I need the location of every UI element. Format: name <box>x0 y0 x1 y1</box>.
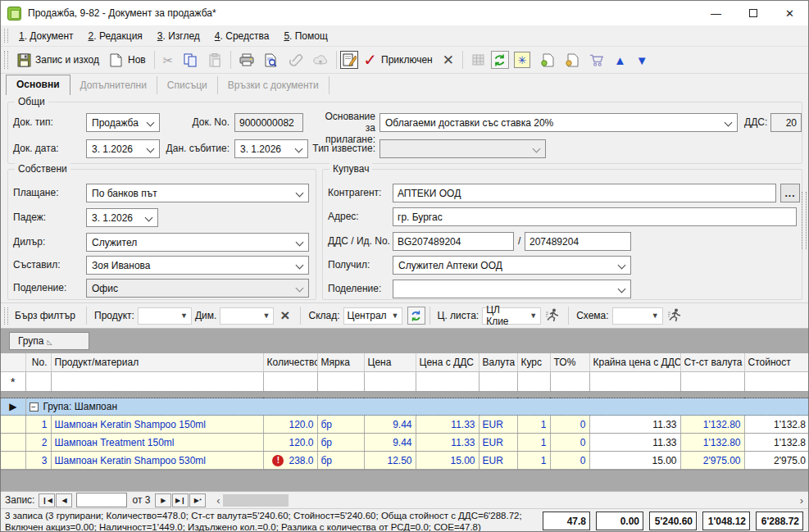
col-final-vat[interactable]: Крайна цена с ДДС <box>589 353 680 372</box>
cell-price[interactable]: 12.50 <box>364 452 416 470</box>
col-price-vat[interactable]: Цена с ДДС <box>416 353 479 372</box>
clear-filter-button[interactable]: × <box>274 307 296 325</box>
menu-help[interactable]: 5. Помощ <box>276 27 334 45</box>
cell-value-cur[interactable]: 1'132.80 <box>680 434 744 452</box>
first-record-button[interactable]: ❙◀ <box>39 493 55 507</box>
cell-discount[interactable]: 0 <box>550 452 589 470</box>
delete-button[interactable]: ✕ <box>438 50 459 70</box>
contractor-browse-button[interactable]: ... <box>780 184 800 202</box>
doc-date-combo[interactable]: 3. 1.2026 <box>86 139 160 158</box>
cell-qty[interactable]: 120.0 <box>263 434 317 452</box>
table-row[interactable]: 2 Шампоан Treatment 150ml 120.0 бр 9.44 … <box>1 434 808 452</box>
quick-filter-button[interactable]: Бърз филтър <box>15 310 75 321</box>
tab-links[interactable]: Връзки с документи <box>218 76 330 94</box>
warehouse-refresh-button[interactable] <box>407 307 425 325</box>
scrollbar-thumb[interactable] <box>223 494 289 507</box>
scroll-right-icon[interactable]: › <box>795 494 808 507</box>
col-no[interactable]: No. <box>25 353 51 372</box>
tab-additional[interactable]: Допълнителни <box>70 76 157 94</box>
cell-currency[interactable]: EUR <box>479 434 517 452</box>
col-currency[interactable]: Валута <box>479 353 517 372</box>
cell-rate[interactable]: 1 <box>517 416 550 434</box>
cell-discount[interactable]: 0 <box>550 416 589 434</box>
cell-price-vat[interactable]: 11.33 <box>416 434 479 452</box>
cell-currency[interactable]: EUR <box>479 452 517 470</box>
copy-doc-yellow-button[interactable] <box>560 49 584 70</box>
cell-value[interactable]: 1'132.8 <box>744 434 808 452</box>
address-field[interactable]: гр. Бургас <box>393 207 797 226</box>
own-division-combo[interactable]: Офис <box>86 279 309 298</box>
cell-value[interactable]: 2'975.0 <box>744 452 808 470</box>
collapse-icon[interactable]: − <box>30 402 39 412</box>
tab-lists[interactable]: Списъци <box>157 76 218 94</box>
new-button[interactable]: Нов <box>104 49 151 70</box>
warehouse-combo[interactable]: Централ▼ <box>343 307 402 325</box>
menu-view[interactable]: 3. Изглед <box>150 27 207 45</box>
col-value[interactable]: Стойност <box>744 353 808 372</box>
contractor-field[interactable]: АПТЕКИ ООД <box>393 184 776 202</box>
next-record-button[interactable]: ▶ <box>155 493 171 507</box>
panel-splitter[interactable] <box>802 192 807 249</box>
paste-button[interactable] <box>202 49 227 70</box>
last-record-button[interactable]: ▶❙ <box>172 493 189 507</box>
group-row[interactable]: ▶ −Група: Шампоан <box>1 398 808 416</box>
col-discount[interactable]: ТО% <box>550 353 589 372</box>
menu-edit[interactable]: 2. Редакция <box>81 27 150 45</box>
cell-rate[interactable]: 1 <box>517 452 550 470</box>
maximize-button[interactable] <box>734 1 771 25</box>
cell-price[interactable]: 9.44 <box>364 416 416 434</box>
cell-product[interactable]: Шампоан Treatment 150ml <box>51 434 263 452</box>
cell-unit[interactable]: бр <box>317 416 364 434</box>
col-value-cur[interactable]: Ст-ст валута <box>680 353 744 372</box>
cell-discount[interactable]: 0 <box>550 434 589 452</box>
id-no-field[interactable]: 207489204 <box>525 232 631 251</box>
cell-final-vat[interactable]: 11.33 <box>589 416 680 434</box>
product-filter-combo[interactable]: ▼ <box>138 307 192 325</box>
col-product[interactable]: Продукт/материал <box>51 353 263 372</box>
cell-price-vat[interactable]: 15.00 <box>416 452 479 470</box>
cell-product[interactable]: Шампоан Keratin Shampoo 150ml <box>51 416 263 434</box>
print-preview-button[interactable] <box>259 49 284 70</box>
due-combo[interactable]: 3. 1.2026 <box>86 208 158 227</box>
save-exit-button[interactable]: Запис и изход <box>11 49 104 70</box>
new-record-button[interactable]: ▶* <box>189 493 206 507</box>
cart-button[interactable] <box>584 49 609 70</box>
cell-currency[interactable]: EUR <box>479 416 517 434</box>
prev-record-button[interactable]: ◀ <box>56 493 72 507</box>
cell-value-cur[interactable]: 1'132.80 <box>680 416 744 434</box>
cell-final-vat[interactable]: 15.00 <box>589 452 680 470</box>
cell-no[interactable]: 3 <box>25 452 51 470</box>
cell-product[interactable]: Шампоан Keratin Shampoo 530ml <box>51 452 263 470</box>
buyer-division-combo[interactable] <box>393 280 631 298</box>
pricelist-run-button[interactable] <box>545 307 560 325</box>
cell-no[interactable]: 1 <box>25 416 51 434</box>
cell-unit[interactable]: бр <box>317 434 364 452</box>
received-combo[interactable]: Служител Аптеки ООД <box>393 256 631 275</box>
doc-type-combo[interactable]: Продажба <box>86 113 160 132</box>
cut-button[interactable]: ✂ <box>158 51 179 70</box>
refresh-button[interactable] <box>491 51 509 69</box>
cell-no[interactable]: 2 <box>25 434 51 452</box>
vat-no-field[interactable]: BG207489204 <box>393 232 514 251</box>
keypad-button[interactable] <box>466 49 491 70</box>
col-qty[interactable]: Количество <box>263 353 317 372</box>
tab-main[interactable]: Основни <box>6 75 70 95</box>
basis-combo[interactable]: Облагаеми доставки със ставка 20% <box>380 113 738 132</box>
col-rate[interactable]: Курс <box>517 353 550 372</box>
cell-value-cur[interactable]: 2'975.00 <box>680 452 744 470</box>
copy-button[interactable] <box>178 49 202 70</box>
cell-price-vat[interactable]: 11.33 <box>416 416 479 434</box>
edit-mode-button[interactable] <box>340 51 358 69</box>
minimize-button[interactable]: — <box>698 1 734 25</box>
attach-button[interactable] <box>284 49 308 70</box>
notice-type-combo[interactable] <box>380 139 546 158</box>
cell-unit[interactable]: бр <box>317 452 364 470</box>
table-row[interactable]: 3 Шампоан Keratin Shampoo 530ml !238.0 б… <box>1 452 808 470</box>
move-down-button[interactable]: ▼ <box>631 51 653 70</box>
cell-value[interactable]: 1'132.8 <box>744 416 808 434</box>
group-by-chip[interactable]: Група◺ <box>9 332 89 350</box>
dim-filter-combo[interactable]: ▼ <box>220 307 274 325</box>
menu-tools[interactable]: 4. Средства <box>207 27 277 45</box>
horizontal-scrollbar[interactable]: ‹ › <box>211 493 808 507</box>
scheme-run-button[interactable] <box>667 307 682 325</box>
